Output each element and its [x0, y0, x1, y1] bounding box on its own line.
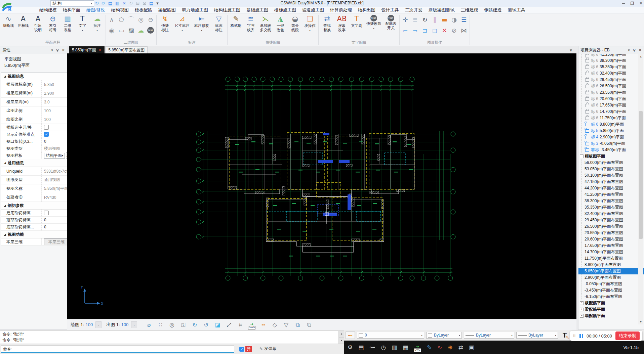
more-options-button[interactable]: ... [66, 152, 67, 159]
link-icon[interactable]: ⊕ [448, 344, 453, 351]
tree-item-layout[interactable]: 38.300(m)平面布置图 [578, 198, 644, 204]
slot-tool[interactable]: ⊖ [146, 15, 155, 24]
tree-section[interactable]: +板配筋平面 [578, 300, 644, 306]
index-symbol-button[interactable]: ⊖索引符号 [46, 14, 60, 32]
save-all-icon[interactable]: ▤ [149, 0, 153, 7]
boxsel-tool[interactable]: ◻ [430, 26, 439, 35]
tree-item-plane[interactable]: 标 617.650(m)平面 [578, 102, 644, 108]
checklist-icon[interactable]: ▦ [403, 344, 408, 351]
draw-scale-control[interactable]: 绘图 1: 100 ⌄ [71, 321, 102, 328]
tree-item-layout[interactable]: 35.350(m)平面布置图 [578, 204, 644, 211]
menu-tab-draw-modify[interactable]: 绘图/修改 [83, 7, 108, 13]
tree-section[interactable]: +梁配筋平面 [578, 306, 644, 313]
tab-list-dropdown-icon[interactable]: ▼ [570, 49, 572, 52]
tree-item-layout[interactable]: 5.850(m)平面布置图 [578, 268, 644, 274]
dim-button[interactable]: ⊿尺寸标注▾ [173, 14, 192, 33]
screen-edit-button[interactable]: AB屏幕改字 [335, 14, 349, 32]
menu-tab-shearwall-dwg[interactable]: 剪力墙施工图 [179, 7, 211, 13]
polygon-tool[interactable]: ⬠ [117, 15, 126, 24]
tree-item-plane[interactable]: 标 623.550(m)平面 [578, 89, 644, 96]
pill-tool[interactable]: ▬ [440, 15, 449, 24]
crop1-tool[interactable]: ⌐ [401, 26, 410, 35]
close-file-icon[interactable]: ✕ [122, 0, 126, 7]
layer-dropdown[interactable]: 0 ▾ [357, 332, 424, 339]
scroll-up-icon[interactable]: ▲ [638, 54, 643, 59]
tree-item-layout[interactable]: 2.900(m)平面布置图 [578, 274, 644, 281]
tree-item-layout[interactable]: 32.400(m)平面布置图 [578, 211, 644, 217]
tree-item-layout[interactable]: -6.150(m)平面布置图 [578, 294, 644, 300]
section-3d-icon[interactable]: ◪ [212, 321, 223, 328]
menu-tab-column-dwg[interactable]: 结构柱施工图 [211, 7, 243, 13]
expand-plus-icon[interactable]: + [580, 301, 583, 305]
menu-tab-test-tools[interactable]: 测试工具 [505, 7, 528, 13]
move-tool[interactable]: ✛ [401, 15, 410, 24]
copy-overlap-icon[interactable]: ⧉ [292, 321, 303, 328]
undo-icon[interactable]: ⟲ [95, 0, 98, 7]
section-expand-icon[interactable]: ◢ [4, 75, 6, 78]
tree-item-layout[interactable]: 29.450(m)平面布置图 [578, 217, 644, 223]
dot-grid-icon[interactable]: ∷ [155, 321, 165, 328]
danmu-send-button[interactable]: ✎ 发弹幕 [259, 346, 276, 352]
tree-item-layout[interactable]: 41.250(m)平面布置图 [578, 191, 644, 198]
scroll-down-icon[interactable]: ▼ [339, 337, 344, 344]
reveal-icon[interactable]: ◎ [167, 321, 177, 328]
scrollbar-thumb[interactable] [639, 111, 643, 239]
tree-item-plane[interactable]: 标 626.500(m)平面 [578, 83, 644, 89]
panel-close-icon[interactable]: ✕ [639, 48, 642, 52]
tree-item-layout[interactable]: 20.600(m)平面布置图 [578, 236, 644, 242]
dwg-export-icon[interactable]: ➜DWG [247, 320, 257, 329]
find-replace-button[interactable]: ⇄查找替换 [320, 14, 334, 32]
history-icon[interactable]: ◷ [381, 344, 386, 351]
text-align-line-button[interactable]: ≅字与线齐 [244, 14, 258, 32]
panel-close-icon[interactable]: ✕ [62, 48, 65, 52]
scroll-down-icon[interactable]: ▼ [638, 319, 643, 324]
rotate-lock-icon[interactable]: ↻ [190, 321, 200, 328]
tree-item-layout[interactable]: -0.050(m)平面布置图 [578, 281, 644, 287]
pause-button[interactable] [579, 334, 583, 338]
tree-item-plane[interactable]: 标 641.250(m)平面 [578, 54, 644, 57]
menu-tab-struct-output[interactable]: 结构出图 [355, 7, 378, 13]
dwg-import-icon[interactable]: ➜DWG [414, 343, 421, 352]
tree-item-layout[interactable]: 50.100(m)平面布置图 [578, 172, 644, 179]
dim-edit-button[interactable]: ⇤标注修改▾ [192, 14, 211, 33]
tree-item-layout[interactable]: 47.150(m)平面布置图 [578, 179, 644, 185]
hatch-tool[interactable]: ▨ [127, 26, 135, 35]
scheme-selector[interactable]: 结 构 ▾ [50, 0, 94, 7]
polyline-tool[interactable]: ∧ [107, 15, 116, 24]
hide-elements-icon[interactable]: ⌀ [144, 321, 154, 328]
menu-tab-slab-rebar[interactable]: 楼板配筋 [132, 7, 155, 13]
elev-dim-button[interactable]: ▽标高标注 [212, 14, 226, 32]
menu-tab-foundation-dwg[interactable]: 基础施工图 [243, 7, 271, 13]
menu-tab-struct-view[interactable]: 结构视图 [108, 7, 132, 13]
menu-tab-stair-dwg[interactable]: 楼梯施工图 [271, 7, 299, 13]
dashed-line-icon[interactable]: ╍ [258, 321, 268, 328]
command-history[interactable]: 命令: *取消*命令: *取消* [0, 330, 339, 344]
tree-item-plane[interactable]: 非标-3.450(m)平面 [578, 147, 644, 153]
delete-tool[interactable]: ✕ [440, 26, 449, 35]
linetype-manager-icon[interactable]: ╍╍ [346, 331, 355, 339]
leader-note-button[interactable]: A引出说明 [31, 14, 45, 32]
resize-icon[interactable]: ⤢ [224, 321, 234, 328]
import-icon[interactable]: ⊠ [143, 0, 146, 7]
menu-tab-ramp-dwg[interactable]: 坡道施工图 [299, 7, 327, 13]
filter-icon[interactable]: ▽ [281, 321, 291, 328]
quick-dim-button[interactable]: ↯快捷标注 [158, 14, 172, 32]
match-tool[interactable]: ◑ [450, 15, 458, 24]
property-checkbox[interactable]: ✓ [44, 132, 49, 137]
drag-handle-icon[interactable]: ⠿ [573, 334, 576, 338]
project-tree-scrollbar[interactable]: ▲ ▼ [638, 54, 643, 324]
menu-tab-new-beam-test[interactable]: 新版梁图测试 [426, 7, 458, 13]
break-line-button[interactable]: ∿折断线 [1, 14, 15, 28]
tree-item-layout[interactable]: 17.650(m)平面布置图 [578, 242, 644, 249]
box-3d-icon[interactable]: ◇ [270, 321, 280, 328]
topology-icon[interactable]: ⊶ [369, 344, 375, 351]
swap-icon[interactable]: ⇄ [458, 344, 463, 351]
tab-close-icon[interactable]: ✕ [98, 48, 102, 52]
lineweight-dropdown[interactable]: ByLayer ▾ [516, 332, 558, 339]
tree-item-plane[interactable]: 标 55.850(m)平面 [578, 128, 644, 134]
table-2d-button[interactable]: ▦二维表格 [61, 14, 75, 32]
donut-tool[interactable]: ◎ [136, 15, 145, 24]
tree-item-plane[interactable]: 标 614.700(m)平面 [578, 108, 644, 115]
minimize-button[interactable]: ─ [622, 1, 625, 6]
tree-item-layout[interactable]: 44.200(m)平面布置图 [578, 185, 644, 191]
